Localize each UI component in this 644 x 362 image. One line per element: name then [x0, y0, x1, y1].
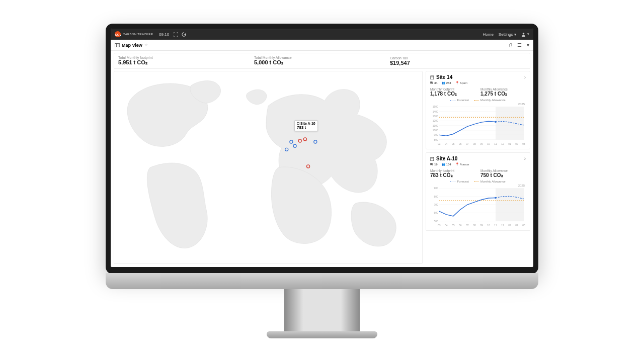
svg-text:11: 11: [494, 224, 497, 227]
stat-total-footprint: Total Monthly footprint 5,951 t CO₂: [118, 56, 254, 66]
svg-text:03: 03: [438, 143, 441, 145]
svg-text:03: 03: [522, 143, 525, 145]
svg-rect-11: [496, 107, 524, 139]
cstat-value: 783 t CO₂: [430, 172, 475, 178]
svg-text:02: 02: [515, 224, 518, 227]
cstat-value: 1,178 t CO₂: [430, 91, 475, 97]
monitor-chin: [106, 273, 538, 289]
svg-text:900: 900: [434, 134, 438, 136]
site-card: Site A-10 › ⛟19 👥104 📍France Monthly foo…: [426, 152, 530, 231]
svg-rect-10: [433, 76, 433, 77]
site-title: Site 14: [436, 74, 452, 80]
svg-text:1100: 1100: [433, 125, 438, 127]
svg-text:06: 06: [459, 143, 462, 145]
meta-location: Spain: [460, 81, 467, 84]
svg-text:1000: 1000: [433, 129, 438, 132]
world-map[interactable]: Site A-10 783 t: [114, 71, 423, 264]
tooltip-site: Site A-10: [300, 122, 315, 125]
fullscreen-icon[interactable]: [173, 32, 178, 37]
nav-home[interactable]: Home: [483, 32, 494, 37]
favorite-star-icon[interactable]: ☆: [144, 43, 148, 47]
stat-label: Total Monthly Allowance: [254, 56, 390, 59]
svg-text:07: 07: [466, 224, 469, 227]
svg-text:12: 12: [501, 143, 504, 145]
meta-people: 104: [446, 163, 451, 166]
card-stat-allowance: Monthly Allowance 1,275 t CO₂: [480, 87, 526, 97]
svg-rect-8: [431, 76, 434, 79]
svg-text:600: 600: [434, 212, 438, 214]
svg-text:01: 01: [508, 143, 511, 145]
page-subbar: Map View ☆ ⎙ ☰ ▾: [111, 40, 533, 51]
site-chart: 2025 80090010001100120013001400150003040…: [430, 103, 526, 146]
svg-text:10: 10: [487, 143, 490, 145]
svg-text:1500: 1500: [433, 106, 438, 108]
refresh-icon[interactable]: [181, 32, 186, 37]
svg-rect-9: [432, 76, 432, 77]
cstat-value: 1,275 t CO₂: [480, 91, 526, 97]
svg-text:04: 04: [445, 224, 448, 227]
brand-logo-icon: CO₂: [115, 31, 121, 37]
building-icon: [430, 157, 434, 161]
meta-location: France: [460, 163, 469, 166]
stat-value: 5,951 t CO₂: [118, 59, 254, 66]
meta-vehicles: 19: [434, 163, 438, 166]
svg-text:01: 01: [508, 224, 511, 227]
chart-year: 2025: [518, 184, 525, 187]
monitor-bezel: CO₂ CARBON TRACKER 09:10 Home Settings ▾…: [106, 24, 538, 274]
svg-text:700: 700: [434, 204, 438, 206]
side-panels: Site 14 › ⛟34 👥284 📍Spain Monthly footpr…: [426, 71, 530, 264]
print-icon[interactable]: ⎙: [509, 42, 512, 48]
user-menu[interactable]: ▾: [521, 32, 529, 37]
cstat-label: Monthly Allowance: [480, 169, 526, 172]
cstat-label: Monthly Allowance: [480, 87, 526, 91]
svg-text:800: 800: [434, 139, 438, 141]
svg-rect-71: [495, 197, 496, 199]
nav-settings[interactable]: Settings ▾: [499, 32, 516, 37]
svg-text:05: 05: [452, 143, 455, 145]
main-content: Site A-10 783 t Site 14 › ⛟34 👥284 📍Spai…: [111, 71, 533, 267]
svg-rect-42: [495, 121, 496, 123]
list-icon[interactable]: ☰: [517, 42, 522, 48]
monitor-stand-base: [267, 331, 377, 338]
svg-point-0: [523, 32, 525, 34]
svg-text:07: 07: [466, 143, 469, 145]
stat-label: Carbon Tax: [390, 56, 526, 60]
svg-text:09: 09: [480, 143, 483, 145]
svg-text:800: 800: [434, 196, 438, 198]
stat-value: 5,000 t CO₂: [254, 59, 390, 66]
svg-text:04: 04: [445, 143, 448, 145]
clock: 09:10: [159, 32, 169, 37]
svg-text:09: 09: [480, 224, 483, 227]
svg-text:1300: 1300: [433, 115, 438, 118]
svg-rect-43: [431, 157, 434, 161]
filter-icon[interactable]: ▾: [527, 42, 529, 48]
svg-text:1400: 1400: [433, 111, 438, 113]
people-icon: 👥: [442, 81, 445, 84]
svg-text:1200: 1200: [433, 120, 438, 122]
svg-text:12: 12: [501, 224, 504, 227]
svg-text:11: 11: [494, 143, 497, 145]
monitor-stand-neck: [284, 289, 360, 333]
meta-people: 284: [446, 81, 451, 84]
people-icon: 👥: [442, 162, 445, 166]
cstat-label: Monthly footprint: [430, 169, 475, 172]
legend-allowance: Monthly Allowance: [480, 99, 506, 102]
svg-text:10: 10: [487, 224, 490, 227]
chevron-right-icon[interactable]: ›: [524, 74, 526, 80]
legend-allowance: Monthly Allowance: [480, 180, 506, 183]
page-title: Map View: [122, 43, 142, 48]
building-icon: [430, 75, 434, 79]
site-card: Site 14 › ⛟34 👥284 📍Spain Monthly footpr…: [426, 71, 530, 149]
chevron-right-icon[interactable]: ›: [524, 156, 526, 161]
vehicle-icon: ⛟: [430, 163, 433, 166]
chart-legend: Forecast Monthly Allowance: [430, 180, 526, 183]
svg-text:03: 03: [438, 224, 441, 227]
card-stat-footprint: Monthly footprint 783 t CO₂: [430, 169, 475, 178]
pin-icon: 📍: [455, 162, 459, 166]
chevron-down-icon: ▾: [527, 32, 529, 36]
app-screen: CO₂ CARBON TRACKER 09:10 Home Settings ▾…: [111, 29, 533, 267]
site-meta: ⛟19 👥104 📍France: [430, 162, 526, 166]
svg-text:500: 500: [434, 220, 438, 223]
cstat-label: Monthly footprint: [430, 87, 475, 91]
legend-forecast: Forecast: [457, 99, 468, 102]
